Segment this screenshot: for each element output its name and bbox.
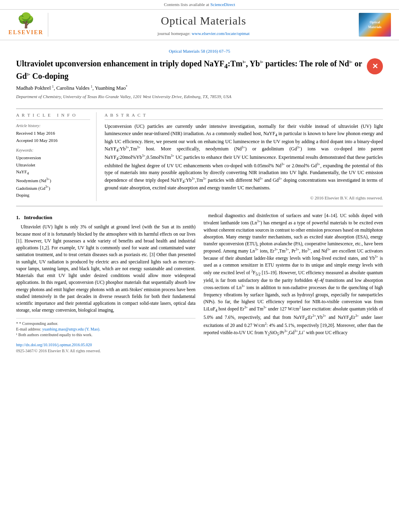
journal-center: Optical Materials journal homepage: www.… (52, 13, 355, 37)
keyword-neodymium: Neodymium (Nd3+) (16, 177, 90, 184)
footnote-section: * * Corresponding author. E-mail address… (16, 318, 195, 354)
abstract-text: Upconversion (UC) particles are currentl… (105, 123, 383, 192)
history-label: Article history: (16, 123, 90, 129)
sciencedirect-link[interactable]: ScienceDirect (210, 2, 235, 7)
article-body: 1. Introduction Ultraviolet (UV) light i… (16, 212, 383, 354)
article-title-container: Ultraviolet upconversion enhancement in … (16, 58, 363, 105)
journal-banner: 🌳 ELSEVIER Optical Materials journal hom… (0, 10, 399, 40)
body-column-right: medical diagnostics and disinfection of … (204, 212, 383, 354)
copyright-text: © 2016 Elsevier B.V. All rights reserved… (105, 195, 383, 201)
keyword-doping: Doping (16, 192, 90, 198)
introduction-title: 1. Introduction (16, 214, 195, 221)
homepage-url[interactable]: www.elsevier.com/locate/optmat (191, 31, 249, 36)
affiliation: Department of Chemistry, University of T… (16, 94, 363, 100)
crossmark-badge: ✕ (367, 58, 383, 74)
keyword-ultraviolet: Ultraviolet (16, 162, 90, 168)
elsevier-tree-icon: 🌳 (17, 13, 35, 28)
received-date: Received 1 May 2016 (16, 130, 90, 136)
footnote-email: E-mail address: yuanbing.mao@utrgv.edu (… (16, 327, 195, 332)
article-info-heading: A R T I C L E I N F O (16, 112, 90, 120)
journal-top-bar: Contents lists available at ScienceDirec… (0, 0, 399, 10)
contents-available-text: Contents lists available at (164, 2, 209, 7)
abstract-heading: A B S T R A C T (105, 112, 383, 120)
info-abstract-section: A R T I C L E I N F O Article history: R… (16, 112, 383, 201)
elsevier-logo: 🌳 ELSEVIER (8, 13, 48, 37)
page: Contents lists available at ScienceDirec… (0, 0, 399, 362)
footnote-corresponding: * * Corresponding author. (16, 321, 195, 327)
body-divider (16, 206, 383, 206)
abstract-column: A B S T R A C T Upconversion (UC) partic… (105, 112, 383, 201)
keywords-label: Keywords: (16, 148, 90, 153)
journal-reference: Optical Materials 58 (2016) 67–75 (16, 48, 383, 54)
footnote-equal-contribution: ¹ Both authors contributed equally to th… (16, 332, 195, 338)
body-column-left: 1. Introduction Ultraviolet (UV) light i… (16, 212, 195, 354)
elsevier-brand: ELSEVIER (8, 29, 43, 37)
homepage-label: journal homepage: (158, 31, 191, 36)
authors: Madhab Pokhrel 1, Carolina Valdes 1, Yua… (16, 84, 363, 92)
doi-section: http://dx.doi.org/10.1016/j.optmat.2016.… (16, 341, 195, 348)
keyword-upconversion: Upconversion (16, 155, 90, 161)
article-title-section: Ultraviolet upconversion enhancement in … (16, 58, 383, 105)
article-title: Ultraviolet upconversion enhancement in … (16, 58, 363, 81)
section-divider (16, 109, 383, 109)
doi-link[interactable]: http://dx.doi.org/10.1016/j.optmat.2016.… (16, 343, 92, 347)
introduction-right-text: medical diagnostics and disinfection of … (204, 212, 383, 337)
journal-cover-image: OpticalMaterials (359, 13, 391, 37)
keyword-nayf4: NaYF4 (16, 169, 90, 176)
journal-homepage: journal homepage: www.elsevier.com/locat… (158, 31, 250, 37)
issn-line: 0925-3467/© 2016 Elsevier B.V. All right… (16, 348, 195, 354)
introduction-left-text: Ultraviolet (UV) light is only 3% of sun… (16, 224, 195, 314)
email-link[interactable]: yuanbing.mao@utrgv.edu (Y. Mao). (42, 327, 100, 331)
article-info-column: A R T I C L E I N F O Article history: R… (16, 112, 97, 201)
keyword-gadolinium: Gadolinium (Gd3+) (16, 185, 90, 191)
accepted-date: Accepted 10 May 2016 (16, 138, 90, 144)
journal-cover-text: OpticalMaterials (368, 20, 382, 29)
article-content: Optical Materials 58 (2016) 67–75 Ultrav… (0, 40, 399, 362)
journal-title: Optical Materials (161, 13, 246, 29)
